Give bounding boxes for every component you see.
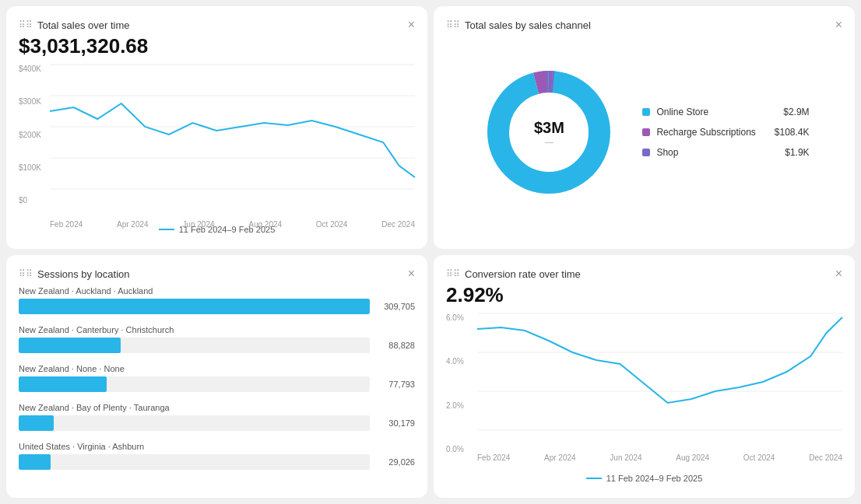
card-header: ⠿⠿ Total sales by sales channel ×: [446, 19, 842, 31]
legend: 11 Feb 2024–9 Feb 2025: [446, 474, 842, 483]
recharge-dot: [642, 128, 650, 136]
y-label: 6.0%: [446, 313, 474, 322]
y-label: $200K: [19, 131, 47, 139]
total-sales-title: Total sales over time: [37, 19, 130, 31]
legend-item-shop: Shop $1.9K: [642, 147, 809, 158]
x-label: Oct 2024: [316, 220, 348, 229]
y-axis: $0 $100K $200K $300K $400K: [19, 65, 47, 205]
list-item: New Zealand · Canterbury · Christchurch …: [19, 325, 415, 353]
bar-row: 88,828: [19, 338, 415, 353]
x-label: Aug 2024: [676, 453, 709, 462]
legend-label: 11 Feb 2024–9 Feb 2025: [606, 474, 703, 483]
list-item: New Zealand · Bay of Plenty · Tauranga 3…: [19, 403, 415, 431]
bar-value: 30,179: [376, 418, 415, 428]
chart-inner: [50, 65, 415, 205]
total-sales-close[interactable]: ×: [408, 19, 415, 31]
bar-value: 77,793: [376, 380, 415, 389]
legend-dash: [586, 478, 602, 479]
bar-row: 29,026: [19, 454, 415, 470]
y-label: $0: [19, 196, 47, 205]
y-label: $300K: [19, 97, 47, 106]
bar-track: [19, 299, 370, 314]
bar-fill: [19, 454, 51, 470]
sessions-title: Sessions by location: [37, 268, 130, 280]
conversion-chart: 0.0% 2.0% 4.0% 6.0% Feb 2024 Apr 2024 Ju…: [446, 313, 842, 469]
y-label: 2.0%: [446, 401, 474, 410]
list-item: New Zealand · Auckland · Auckland 309,70…: [19, 286, 415, 314]
bar-row: 309,705: [19, 299, 415, 314]
bar-value: 309,705: [376, 302, 415, 311]
x-label: Aug 2024: [248, 220, 282, 229]
conversion-close[interactable]: ×: [835, 268, 842, 280]
bar-fill: [19, 299, 370, 314]
conversion-rate-card: ⠿⠿ Conversion rate over time × 2.92% 0.0…: [434, 255, 855, 498]
list-item: New Zealand · None · None 77,793: [19, 364, 415, 392]
x-axis: Feb 2024 Apr 2024 Jun 2024 Aug 2024 Oct …: [477, 453, 842, 462]
location-label: New Zealand · Bay of Plenty · Tauranga: [19, 403, 415, 412]
sales-channel-title: Total sales by sales channel: [465, 19, 591, 31]
online-store-value: $2.9M: [783, 107, 809, 117]
x-label: Feb 2024: [477, 453, 510, 462]
recharge-value: $108.4K: [775, 127, 810, 138]
bar-row: 77,793: [19, 376, 415, 392]
bar-row: 30,179: [19, 415, 415, 431]
card-header: ⠿⠿ Total sales over time ×: [19, 19, 415, 31]
x-label: Apr 2024: [117, 220, 149, 229]
total-sales-chart: $0 $100K $200K $300K $400K Feb 2024 Apr …: [19, 65, 415, 220]
y-label: $100K: [19, 163, 47, 172]
drag-icon: ⠿⠿: [19, 19, 33, 30]
total-sales-value: $3,031,320.68: [19, 34, 415, 58]
location-label: New Zealand · Canterbury · Christchurch: [19, 325, 415, 334]
bar-track: [19, 338, 370, 353]
card-title-group: ⠿⠿ Total sales over time: [19, 19, 130, 31]
x-label: Apr 2024: [544, 453, 576, 462]
legend-dash: [159, 229, 174, 230]
donut-center: $3M —: [534, 119, 564, 146]
card-title-group: ⠿⠿ Sessions by location: [19, 268, 130, 280]
bar-value: 29,026: [376, 457, 415, 467]
donut-center-sub: —: [534, 137, 564, 146]
location-label: United States · Virginia · Ashburn: [19, 442, 415, 451]
conversion-value: 2.92%: [446, 283, 842, 307]
x-label: Dec 2024: [381, 220, 415, 229]
legend-item-online: Online Store $2.9M: [642, 107, 809, 117]
shop-dot: [642, 149, 650, 156]
x-label: Oct 2024: [743, 453, 775, 462]
recharge-label: Recharge Subscriptions: [656, 127, 755, 138]
card-title-group: ⠿⠿ Conversion rate over time: [446, 268, 581, 280]
online-store-label: Online Store: [656, 107, 764, 117]
card-header: ⠿⠿ Sessions by location ×: [19, 268, 415, 280]
x-label: Jun 2024: [610, 453, 641, 462]
bar-track: [19, 415, 370, 431]
donut-chart: $3M —: [479, 62, 619, 202]
donut-section: $3M — Online Store $2.9M Recharge Subscr…: [446, 39, 842, 226]
x-axis: Feb 2024 Apr 2024 Jun 2024 Aug 2024 Oct …: [50, 220, 415, 229]
legend-item-recharge: Recharge Subscriptions $108.4K: [642, 127, 809, 138]
donut-center-value: $3M: [534, 119, 564, 137]
location-label: New Zealand · Auckland · Auckland: [19, 286, 415, 296]
drag-icon: ⠿⠿: [446, 19, 460, 30]
card-header: ⠿⠿ Conversion rate over time ×: [446, 268, 842, 280]
bar-fill: [19, 415, 54, 431]
bar-fill: [19, 376, 107, 392]
card-title-group: ⠿⠿ Total sales by sales channel: [446, 19, 591, 31]
conversion-svg: [477, 313, 842, 430]
bar-track: [19, 454, 370, 470]
sessions-close[interactable]: ×: [408, 268, 415, 280]
shop-value: $1.9K: [785, 147, 809, 158]
list-item: United States · Virginia · Ashburn 29,02…: [19, 442, 415, 470]
y-label: $400K: [19, 65, 47, 73]
conversion-title: Conversion rate over time: [465, 268, 581, 280]
line-chart-svg: [50, 65, 415, 189]
y-axis: 0.0% 2.0% 4.0% 6.0%: [446, 313, 474, 453]
x-label: Jun 2024: [182, 220, 214, 229]
drag-icon: ⠿⠿: [446, 268, 460, 279]
y-label: 4.0%: [446, 357, 474, 366]
drag-icon: ⠿⠿: [19, 268, 33, 279]
x-label: Feb 2024: [50, 220, 83, 229]
location-label: New Zealand · None · None: [19, 364, 415, 373]
shop-label: Shop: [656, 147, 766, 158]
bar-track: [19, 376, 370, 392]
chart-inner: [477, 313, 842, 438]
sales-channel-close[interactable]: ×: [835, 19, 842, 31]
